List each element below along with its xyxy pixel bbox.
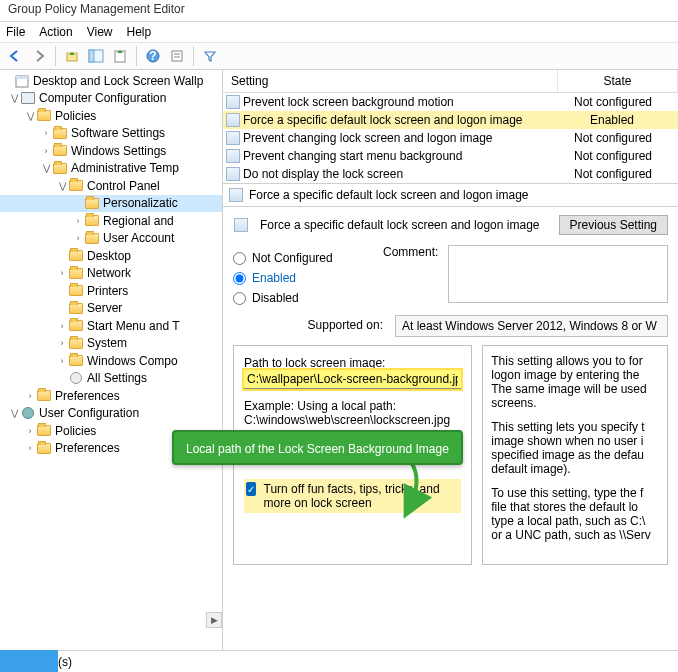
settings-list: Prevent lock screen background motionNot… [223, 93, 678, 183]
list-item-selected[interactable]: Force a specific default lock screen and… [223, 111, 678, 129]
tree-pane: Desktop and Lock Screen Wallp ⋁Computer … [0, 70, 223, 650]
menu-action[interactable]: Action [39, 25, 72, 39]
status-highlight [0, 650, 58, 672]
menu-bar: File Action View Help [0, 22, 678, 42]
tree-regional[interactable]: ›Regional and [0, 212, 222, 230]
setting-icon [229, 188, 243, 202]
folder-icon [68, 335, 84, 351]
window-title: Group Policy Management Editor [8, 2, 185, 16]
tree-user-accounts[interactable]: ›User Account [0, 230, 222, 248]
supported-on-value: At least Windows Server 2012, Windows 8 … [395, 315, 668, 337]
tree-personalization[interactable]: Personalizatic [0, 195, 222, 213]
tree-all-settings[interactable]: All Settings [0, 370, 222, 388]
tree-user-configuration[interactable]: ⋁User Configuration [0, 405, 222, 423]
tree-desktop[interactable]: Desktop [0, 247, 222, 265]
radio-disabled[interactable]: Disabled [233, 291, 363, 305]
tree-admin-templates[interactable]: ⋁Administrative Temp [0, 160, 222, 178]
export-button[interactable] [109, 45, 131, 67]
folder-icon [68, 248, 84, 264]
folder-icon [36, 388, 52, 404]
path-input[interactable] [244, 370, 461, 389]
tree-software-settings[interactable]: ›Software Settings [0, 125, 222, 143]
folder-icon [84, 213, 100, 229]
setting-icon [233, 217, 249, 233]
comment-textarea[interactable] [448, 245, 668, 303]
dialog-title: Force a specific default lock screen and… [249, 188, 529, 202]
folder-icon [68, 300, 84, 316]
tree-computer-configuration[interactable]: ⋁Computer Configuration [0, 90, 222, 108]
forward-button[interactable] [28, 45, 50, 67]
help-text: To use this setting, type the f file tha… [491, 486, 659, 542]
svg-text:?: ? [149, 49, 156, 63]
folder-icon [36, 440, 52, 456]
computer-icon [20, 90, 36, 106]
tree-network[interactable]: ›Network [0, 265, 222, 283]
folder-icon [36, 108, 52, 124]
list-item[interactable]: Prevent changing lock screen and logon i… [223, 129, 678, 147]
path-label: Path to lock screen image: [244, 356, 461, 370]
toolbar: ? [0, 42, 678, 70]
setting-icon [226, 131, 240, 145]
setting-icon [226, 167, 240, 181]
radio-enabled[interactable]: Enabled [233, 271, 363, 285]
gear-icon [68, 370, 84, 386]
radio-not-configured[interactable]: Not Configured [233, 251, 363, 265]
folder-icon [52, 125, 68, 141]
svg-rect-10 [16, 76, 28, 79]
folder-icon [68, 283, 84, 299]
tree-policies[interactable]: ⋁Policies [0, 107, 222, 125]
filter-button[interactable] [199, 45, 221, 67]
setting-icon [226, 113, 240, 127]
help-panel: This setting allows you to for logon ima… [482, 345, 668, 565]
list-item[interactable]: Prevent lock screen background motionNot… [223, 93, 678, 111]
show-hide-tree-button[interactable] [85, 45, 107, 67]
back-button[interactable] [4, 45, 26, 67]
svg-rect-2 [89, 50, 94, 62]
tree-preferences[interactable]: ›Preferences [0, 387, 222, 405]
folder-icon [68, 353, 84, 369]
help-text: This setting allows you to for logon ima… [491, 354, 659, 410]
tree-windows-settings[interactable]: ›Windows Settings [0, 142, 222, 160]
folder-icon [52, 143, 68, 159]
dialog-heading: Force a specific default lock screen and… [260, 218, 551, 232]
tree-control-panel[interactable]: ⋁Control Panel [0, 177, 222, 195]
help-text: This setting lets you specify t image sh… [491, 420, 659, 476]
folder-icon [84, 230, 100, 246]
setting-icon [226, 149, 240, 163]
folder-icon [68, 178, 84, 194]
list-item[interactable]: Prevent changing start menu backgroundNo… [223, 147, 678, 165]
policy-editor: Force a specific default lock screen and… [223, 206, 678, 650]
supported-on-label: Supported on: [233, 315, 383, 337]
tree-start-menu[interactable]: ›Start Menu and T [0, 317, 222, 335]
checkbox-checked-icon: ✓ [246, 482, 256, 496]
folder-icon [68, 265, 84, 281]
comment-label: Comment: [383, 245, 438, 311]
tree-server[interactable]: Server [0, 300, 222, 318]
menu-file[interactable]: File [6, 25, 25, 39]
tree-system[interactable]: ›System [0, 335, 222, 353]
annotation-callout: Local path of the Lock Screen Background… [172, 430, 463, 465]
tree-printers[interactable]: Printers [0, 282, 222, 300]
folder-icon [52, 160, 68, 176]
horizontal-scroll-right[interactable]: ▶ [206, 612, 222, 628]
help-button[interactable]: ? [142, 45, 164, 67]
list-item[interactable]: Do not display the lock screenNot config… [223, 165, 678, 183]
menu-view[interactable]: View [87, 25, 113, 39]
dialog-title-bar: Force a specific default lock screen and… [223, 183, 678, 206]
previous-setting-button[interactable]: Previous Setting [559, 215, 668, 235]
tree-root[interactable]: Desktop and Lock Screen Wallp [0, 72, 222, 90]
window-title-bar: Group Policy Management Editor [0, 0, 678, 22]
folder-icon [84, 195, 100, 211]
col-setting-header[interactable]: Setting [223, 70, 558, 92]
menu-help[interactable]: Help [127, 25, 152, 39]
up-button[interactable] [61, 45, 83, 67]
example1-label: Example: Using a local path: [244, 399, 461, 413]
tree-windows-components[interactable]: ›Windows Compo [0, 352, 222, 370]
status-bar: 10 setting(s) [0, 650, 678, 672]
svg-rect-6 [172, 51, 182, 61]
col-state-header[interactable]: State [558, 70, 678, 92]
properties-button[interactable] [166, 45, 188, 67]
content-pane: Setting State Prevent lock screen backgr… [223, 70, 678, 650]
folder-icon [68, 318, 84, 334]
policy-icon [14, 73, 30, 89]
